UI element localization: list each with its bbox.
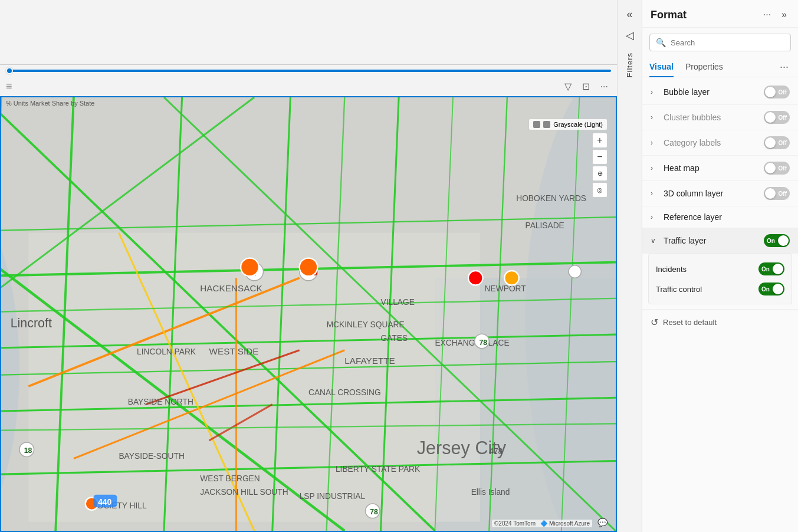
toggle-category-labels[interactable]: Off [764,136,790,149]
layer-name-traffic-layer: Traffic layer [664,236,764,245]
toggle-bubble-layer[interactable]: Off [764,86,790,98]
tab-visual[interactable]: Visual [649,57,674,77]
svg-text:WEST SIDE: WEST SIDE [209,346,259,356]
toggle-traffic-layer[interactable]: On [764,234,790,247]
search-box[interactable]: 🔍 [649,34,791,51]
toggle-heat-map[interactable]: Off [764,162,790,175]
svg-text:440: 440 [98,498,111,507]
toggle-label: Off [779,89,787,96]
svg-text:GATES: GATES [381,334,408,343]
svg-text:18: 18 [24,446,32,455]
layer-name-3d-column-layer: 3D column layer [664,189,764,198]
layer-item-reference-layer[interactable]: › Reference layer [642,206,798,228]
tabs-row: Visual Properties ··· [642,57,798,77]
layer-item-traffic-layer[interactable]: ∨ Traffic layer On [642,228,798,254]
toggle-3d-column-layer[interactable]: Off [764,187,790,200]
layer-item-heat-map[interactable]: › Heat map Off [642,156,798,181]
filter-icon: ▽ [564,81,572,91]
more-options-button[interactable]: ··· [597,80,611,94]
expand-button[interactable]: ⊡ [579,79,593,94]
chevron-right-icon: › [651,213,659,221]
map-copyright: ©2024 TomTom 🔷 Microsoft Azure [492,520,592,527]
layer-name-category-labels: Category labels [664,138,764,147]
toolbar-row: ≡ ▽ ⊡ ··· [0,77,617,96]
reset-label: Reset to default [663,318,717,327]
svg-text:BAYSIDE NORTH: BAYSIDE NORTH [128,398,193,406]
svg-text:Ellis Island: Ellis Island [471,488,510,497]
toggle-cluster-bubbles[interactable]: Off [764,111,790,124]
toggle-label-on: On [767,238,775,244]
incidents-label: Incidents [656,265,687,274]
header-more-button[interactable]: ··· [760,8,774,21]
filter-button[interactable]: ▽ [561,79,574,94]
filters-strip: « ◁ Filters [617,0,642,532]
filters-label: Filters [625,52,634,77]
format-header: Format ··· » [642,0,798,28]
drag-handle-icon[interactable]: ≡ [6,80,14,93]
svg-text:LIBERTY STATE PARK: LIBERTY STATE PARK [336,465,421,474]
svg-text:478: 478 [489,447,503,456]
compass-button[interactable]: ⊕ [592,166,607,181]
map-info-icon[interactable]: 💬 [597,518,607,527]
chevron-right-icon: › [651,164,659,172]
layers-list: › Bubble layer Off › Cluster bubbles Off… [642,77,798,532]
svg-text:HACKENSACK: HACKENSACK [200,283,262,293]
toggle-knob [778,235,789,246]
zoom-out-button[interactable]: − [592,149,607,165]
svg-point-78 [468,271,483,285]
format-title: Format [651,9,687,21]
incidents-row: Incidents On [656,259,784,279]
traffic-control-label: Traffic control [656,285,702,294]
svg-text:WEST BERGEN: WEST BERGEN [200,474,260,483]
toggle-knob [765,87,776,97]
layer-item-bubble-layer[interactable]: › Bubble layer Off [642,80,798,105]
map-canvas[interactable]: Lincroft Jersey City HACKENSACK LINCOLN … [1,97,616,531]
toggle-label: Off [779,165,787,172]
toggle-knob [773,284,783,294]
search-icon: 🔍 [656,38,666,47]
toggle-label-on: On [761,286,770,293]
svg-text:MCKINLEY SQUARE: MCKINLEY SQUARE [327,320,405,329]
tab-properties[interactable]: Properties [685,57,723,77]
map-style-badge[interactable]: Grayscale (Light) [528,119,607,130]
layer-item-3d-column-layer[interactable]: › 3D column layer Off [642,181,798,206]
svg-text:PALISADE: PALISADE [526,221,564,230]
location-button[interactable]: ◎ [592,182,607,198]
toggle-incidents[interactable]: On [758,262,784,275]
toggle-knob [773,264,783,274]
back-button[interactable]: ◁ [623,27,636,44]
map-wrapper: % Units Market Share by State [0,96,617,532]
toggle-traffic-control[interactable]: On [758,283,784,295]
layer-name-reference-layer: Reference layer [664,212,790,222]
traffic-expanded-section: Incidents On Traffic control On [648,254,792,304]
search-input[interactable] [671,38,784,47]
svg-text:EXCHANGE PLACE: EXCHANGE PLACE [435,339,509,347]
toggle-label: Off [779,140,787,146]
layer-item-category-labels[interactable]: › Category labels Off [642,130,798,156]
tabs-more-button[interactable]: ··· [777,58,791,75]
svg-text:HOBOKEN YARDS: HOBOKEN YARDS [516,194,586,203]
slider-bar[interactable] [6,70,611,72]
format-header-icons: ··· » [760,8,790,21]
svg-text:NEWPORT: NEWPORT [485,284,527,293]
chevron-down-icon: ∨ [651,237,659,245]
layer-item-cluster-bubbles[interactable]: › Cluster bubbles Off [642,105,798,130]
slider-container[interactable] [0,65,617,77]
map-svg: Lincroft Jersey City HACKENSACK LINCOLN … [1,97,616,531]
layer-name-bubble-layer: Bubble layer [664,87,764,97]
toggle-label: Off [779,114,787,121]
svg-text:JACKSON HILL SOUTH: JACKSON HILL SOUTH [200,488,288,497]
layer-name-cluster-bubbles: Cluster bubbles [664,113,764,122]
header-nav-fwd-button[interactable]: » [779,8,790,21]
svg-text:Lincroft: Lincroft [11,316,52,330]
svg-point-77 [300,258,318,277]
map-area: ≡ ▽ ⊡ ··· % Units Market Share by State [0,0,617,532]
zoom-in-button[interactable]: + [592,133,607,148]
svg-point-75 [569,265,581,278]
collapse-button[interactable]: « [624,6,635,23]
reset-row[interactable]: ↺ Reset to default [642,309,798,335]
slider-handle[interactable] [6,67,13,74]
reset-icon: ↺ [651,317,658,328]
map-label: % Units Market Share by State [6,100,94,107]
toggle-knob [765,163,776,173]
